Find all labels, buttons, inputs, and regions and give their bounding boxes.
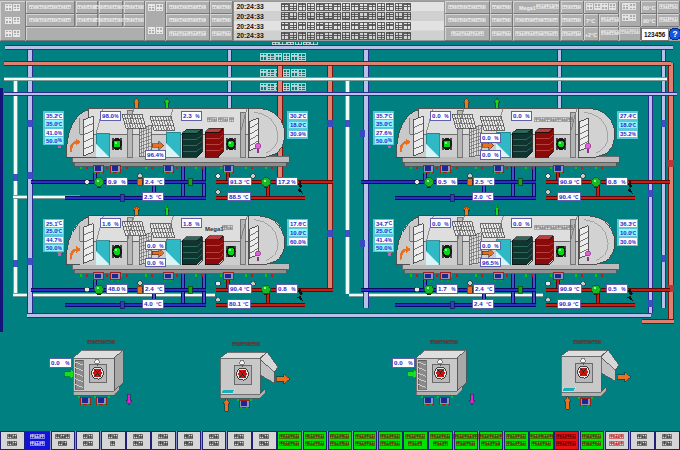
svg-text:°C: °C bbox=[631, 222, 637, 227]
svg-text:°C: °C bbox=[486, 195, 492, 200]
svg-text:°C: °C bbox=[487, 287, 493, 292]
svg-text:%: % bbox=[451, 287, 456, 292]
svg-text:°C: °C bbox=[57, 114, 63, 119]
svg-text:°C: °C bbox=[301, 222, 307, 227]
svg-text:2.0: 2.0 bbox=[474, 193, 483, 200]
svg-text:°C: °C bbox=[157, 287, 163, 292]
svg-text:0.0: 0.0 bbox=[513, 220, 522, 227]
svg-text:%: % bbox=[444, 114, 449, 119]
svg-text:°C: °C bbox=[631, 114, 637, 119]
svg-text:%: % bbox=[114, 114, 119, 119]
svg-text:60°C: 60°C bbox=[643, 5, 656, 11]
svg-text:°C: °C bbox=[387, 122, 393, 127]
svg-text:%: % bbox=[159, 261, 164, 266]
svg-text:°C: °C bbox=[387, 221, 393, 226]
svg-text:%: % bbox=[621, 287, 626, 292]
svg-text:90°C: 90°C bbox=[643, 18, 656, 24]
svg-text:°C: °C bbox=[387, 114, 393, 119]
svg-text:0.0: 0.0 bbox=[482, 242, 491, 249]
svg-text:%: % bbox=[159, 153, 164, 158]
svg-text:0.0: 0.0 bbox=[432, 112, 441, 119]
svg-text:35.2: 35.2 bbox=[620, 131, 632, 137]
svg-text:Mega1: Mega1 bbox=[205, 226, 224, 232]
svg-text:90.4: 90.4 bbox=[230, 285, 243, 292]
svg-text:0.0: 0.0 bbox=[482, 134, 491, 141]
svg-text:°C: °C bbox=[387, 229, 393, 234]
svg-text:0.5: 0.5 bbox=[608, 285, 617, 292]
svg-text:°C: °C bbox=[156, 302, 162, 307]
svg-text:%: % bbox=[195, 114, 200, 119]
svg-text:+2°C: +2°C bbox=[585, 32, 597, 38]
svg-text:90.9: 90.9 bbox=[560, 285, 573, 292]
svg-text:°C: °C bbox=[243, 302, 249, 307]
svg-text:27.6: 27.6 bbox=[376, 130, 388, 136]
svg-text:17.2: 17.2 bbox=[278, 178, 291, 185]
svg-text:°C: °C bbox=[631, 231, 637, 236]
svg-text:°C: °C bbox=[244, 287, 250, 292]
svg-text:48.0: 48.0 bbox=[108, 285, 121, 292]
svg-text:0.0: 0.0 bbox=[147, 259, 156, 266]
svg-text:0.8: 0.8 bbox=[608, 178, 617, 185]
svg-text:2.3: 2.3 bbox=[183, 112, 192, 119]
svg-text:96.4: 96.4 bbox=[147, 151, 160, 158]
svg-text:0.0: 0.0 bbox=[51, 359, 60, 366]
svg-text:2.4: 2.4 bbox=[145, 285, 154, 292]
svg-text:%: % bbox=[494, 244, 499, 249]
svg-text:90.9: 90.9 bbox=[560, 178, 573, 185]
svg-text:°C: °C bbox=[301, 123, 307, 128]
svg-text:0.5: 0.5 bbox=[438, 178, 447, 185]
svg-text:1.8: 1.8 bbox=[183, 220, 192, 227]
svg-text:2.4: 2.4 bbox=[474, 300, 483, 307]
svg-text:4.0: 4.0 bbox=[144, 300, 153, 307]
svg-text:%: % bbox=[195, 222, 200, 227]
svg-text:60.0: 60.0 bbox=[290, 239, 302, 245]
svg-text:41.4: 41.4 bbox=[376, 237, 388, 243]
svg-text:2.5: 2.5 bbox=[475, 178, 484, 185]
svg-text:0.0: 0.0 bbox=[394, 359, 403, 366]
svg-text:%: % bbox=[444, 222, 449, 227]
svg-text:%: % bbox=[114, 222, 119, 227]
svg-text:30.9: 30.9 bbox=[290, 131, 302, 137]
svg-text:90.4: 90.4 bbox=[559, 193, 572, 200]
svg-text:91.3: 91.3 bbox=[230, 178, 243, 185]
svg-text:°C: °C bbox=[157, 180, 163, 185]
svg-text:%: % bbox=[291, 287, 296, 292]
svg-text:2.5: 2.5 bbox=[144, 193, 153, 200]
svg-text:123456: 123456 bbox=[644, 31, 666, 38]
svg-text:98.0: 98.0 bbox=[102, 112, 115, 119]
svg-text:°C: °C bbox=[301, 114, 307, 119]
svg-text:50.0: 50.0 bbox=[376, 245, 388, 251]
svg-text:2.4: 2.4 bbox=[475, 285, 484, 292]
svg-text:30.0: 30.0 bbox=[620, 239, 632, 245]
svg-text:°C: °C bbox=[573, 302, 579, 307]
svg-text:7°C: 7°C bbox=[586, 18, 595, 24]
svg-text:%: % bbox=[525, 114, 530, 119]
svg-text:°C: °C bbox=[244, 180, 250, 185]
svg-text:°C: °C bbox=[156, 195, 162, 200]
svg-text:°C: °C bbox=[57, 221, 63, 226]
svg-text:0.0: 0.0 bbox=[513, 112, 522, 119]
svg-text:%: % bbox=[121, 180, 126, 185]
svg-text:%: % bbox=[525, 222, 530, 227]
svg-text:1.6: 1.6 bbox=[102, 220, 111, 227]
svg-text:20:24:33: 20:24:33 bbox=[237, 23, 264, 30]
svg-text:0.8: 0.8 bbox=[278, 285, 287, 292]
svg-text:Mega1: Mega1 bbox=[519, 5, 536, 11]
svg-text:°C: °C bbox=[487, 180, 493, 185]
svg-text:20:24:33: 20:24:33 bbox=[237, 32, 264, 39]
svg-text:41.0: 41.0 bbox=[46, 130, 58, 136]
svg-text:%: % bbox=[121, 287, 126, 292]
svg-text:°C: °C bbox=[243, 195, 249, 200]
svg-text:%: % bbox=[65, 361, 70, 366]
svg-text:%: % bbox=[451, 180, 456, 185]
svg-text:50.0: 50.0 bbox=[376, 138, 388, 144]
svg-text:%: % bbox=[494, 153, 499, 158]
svg-text:0.0: 0.0 bbox=[147, 242, 156, 249]
svg-text:°C: °C bbox=[631, 123, 637, 128]
svg-text:2.4: 2.4 bbox=[145, 178, 154, 185]
svg-text:%: % bbox=[621, 180, 626, 185]
svg-text:20:24:33: 20:24:33 bbox=[237, 3, 264, 10]
svg-text:0.9: 0.9 bbox=[108, 178, 117, 185]
svg-text:?: ? bbox=[672, 29, 677, 39]
svg-text:88.5: 88.5 bbox=[229, 193, 242, 200]
